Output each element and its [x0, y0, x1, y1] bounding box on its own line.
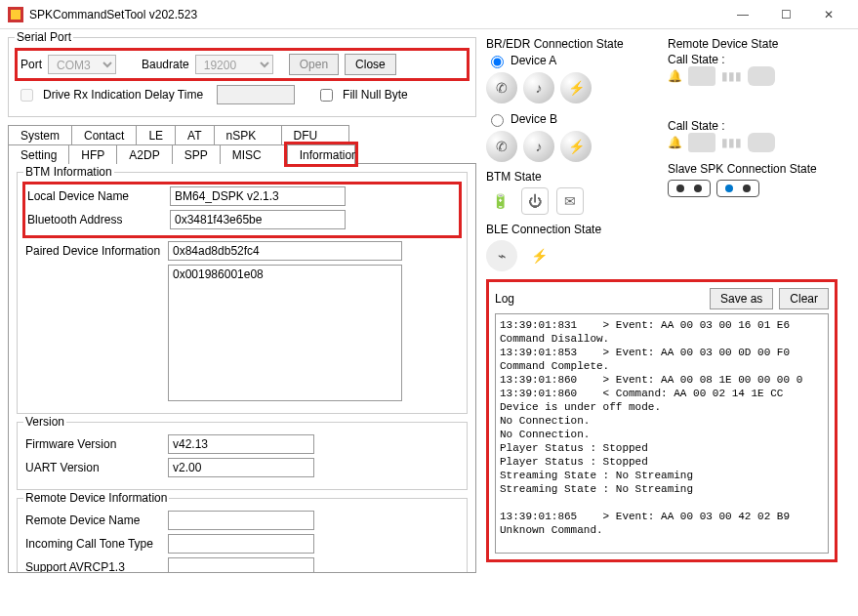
port-label: Port [20, 58, 42, 71]
battery-icon [748, 66, 775, 86]
local-name-value: BM64_DSPK v2.1.3 [170, 186, 346, 206]
open-button[interactable]: Open [289, 54, 339, 75]
tab-system[interactable]: System [8, 125, 72, 144]
save-as-button[interactable]: Save as [710, 288, 773, 309]
signal-icon: ▮▮▮ [721, 69, 742, 83]
titlebar: SPKCommandSetTool v202.523 — ☐ ✕ [0, 0, 858, 29]
local-name-label: Local Device Name [27, 189, 164, 203]
remote-name-input[interactable] [168, 511, 314, 530]
slave-legend: Slave SPK Connection State [668, 162, 838, 176]
phone-off-icon [688, 133, 715, 152]
fw-value: v42.13 [168, 434, 314, 454]
fw-label: Firmware Version [25, 437, 162, 451]
svg-rect-1 [11, 10, 20, 20]
log-label: Log [495, 292, 704, 306]
slave-box-1 [668, 180, 711, 197]
log-panel: Log Save as Clear 13:39:01:831 > Event: … [486, 279, 838, 562]
tab-content-information: BTM Information Local Device NameBM64_DS… [8, 163, 476, 573]
log-content[interactable]: 13:39:01:831 > Event: AA 00 03 00 16 01 … [495, 313, 829, 554]
maximize-button[interactable]: ☐ [764, 1, 807, 28]
ble-legend: BLE Connection State [486, 223, 656, 236]
remote-state-legend: Remote Device State [668, 37, 838, 51]
tab-setting[interactable]: Setting [8, 144, 69, 164]
tab-row-1: System Contact LE AT nSPK DFU [8, 125, 476, 144]
avrcp-input[interactable] [168, 557, 314, 573]
plug-icon: ⚡ [560, 72, 592, 103]
phone-icon: ✆ [486, 72, 517, 103]
paired-label: Paired Device Information [25, 244, 162, 258]
device-a-radio[interactable] [491, 56, 504, 68]
call-state-a-label: Call State : [668, 53, 838, 66]
tab-hfp[interactable]: HFP [68, 144, 117, 164]
close-button[interactable]: Close [345, 54, 396, 75]
avrcp-label: Support AVRCP1.3 [25, 560, 162, 573]
btm-info-legend: BTM Information [23, 165, 114, 179]
battery-icon [748, 133, 775, 152]
tab-at[interactable]: AT [175, 125, 214, 144]
baudrate-label: Baudrate [142, 58, 189, 71]
plug-icon: ⚡ [523, 240, 554, 271]
drive-rx-value[interactable] [217, 85, 295, 104]
window-title: SPKCommandSetTool v202.523 [29, 8, 721, 21]
close-window-button[interactable]: ✕ [807, 1, 850, 28]
remote-legend: Remote Device Information [23, 491, 169, 505]
tab-spp[interactable]: SPP [172, 144, 221, 164]
version-group: Version Firmware Versionv42.13 UART Vers… [17, 422, 468, 490]
uart-value: v2.00 [168, 458, 314, 477]
version-legend: Version [23, 415, 66, 429]
bt-addr-value: 0x3481f43e65be [170, 210, 346, 229]
rss-icon: ⌁ [486, 240, 517, 271]
tone-input[interactable] [168, 534, 314, 554]
btm-state-legend: BTM State [486, 170, 656, 184]
drive-rx-checkbox[interactable] [20, 89, 33, 102]
drive-rx-label: Drive Rx Indication Delay Time [43, 88, 203, 102]
port-select[interactable]: COM3 [48, 55, 116, 74]
plug-icon: ⚡ [560, 131, 592, 162]
mail-icon: ✉ [556, 187, 584, 215]
fill-null-label: Fill Null Byte [343, 88, 408, 102]
tab-nspk[interactable]: nSPK [214, 125, 282, 144]
bt-addr-label: Bluetooth Address [27, 213, 164, 226]
bell-icon: 🔔 [668, 136, 682, 149]
signal-icon: ▮▮▮ [721, 136, 742, 149]
slave-box-2 [716, 180, 759, 197]
btm-info-group: BTM Information Local Device NameBM64_DS… [17, 172, 468, 414]
device-b-label: Device B [511, 112, 557, 126]
app-icon [8, 7, 23, 22]
clear-button[interactable]: Clear [779, 288, 829, 309]
paired-value-1: 0x84ad8db52fc4 [168, 241, 402, 261]
music-icon: ♪ [523, 131, 554, 162]
uart-label: UART Version [25, 461, 162, 474]
phone-icon: ✆ [486, 131, 517, 162]
remote-info-group: Remote Device Information Remote Device … [17, 498, 468, 573]
tab-row-2: Setting HFP A2DP SPP MISC Information [8, 144, 476, 164]
serial-port-legend: Serial Port [15, 30, 73, 44]
minimize-button[interactable]: — [721, 1, 764, 28]
paired-value-2: 0x001986001e08 [168, 265, 402, 401]
device-b-radio[interactable] [491, 114, 504, 127]
tab-contact[interactable]: Contact [71, 125, 137, 144]
tone-label: Incoming Call Tone Type [25, 537, 162, 551]
baudrate-select[interactable]: 19200 [195, 55, 273, 74]
bredr-legend: BR/EDR Connection State [486, 37, 656, 51]
phone-off-icon [688, 66, 715, 86]
serial-port-group: Serial Port Port COM3 Baudrate 19200 Ope… [8, 37, 476, 117]
power-icon: ⏻ [521, 187, 549, 215]
call-state-b-label: Call State : [668, 119, 838, 133]
tab-information[interactable]: Information [287, 144, 355, 164]
music-icon: ♪ [523, 72, 554, 103]
tab-misc[interactable]: MISC [220, 144, 288, 164]
battery-icon: 🔋 [486, 187, 513, 215]
bell-icon: 🔔 [668, 69, 682, 83]
tab-le[interactable]: LE [136, 125, 176, 144]
tab-a2dp[interactable]: A2DP [116, 144, 172, 164]
tab-dfu[interactable]: DFU [281, 125, 349, 144]
fill-null-checkbox[interactable] [320, 89, 333, 102]
remote-name-label: Remote Device Name [25, 513, 162, 527]
device-a-label: Device A [511, 54, 556, 67]
